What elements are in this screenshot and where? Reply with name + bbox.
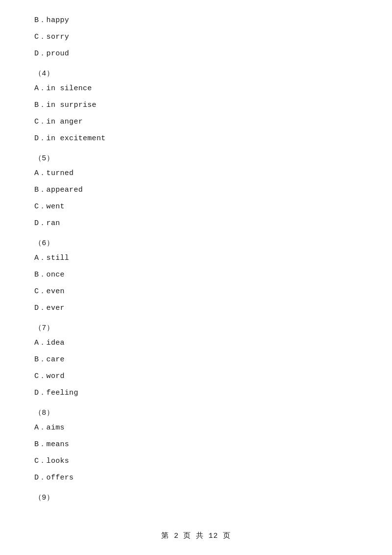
option-b-happy: B．happy: [34, 15, 358, 26]
option-6-d: D．ever: [34, 303, 358, 314]
option-8-c: C．looks: [34, 455, 358, 467]
option-5-c: C．went: [34, 201, 358, 213]
option-6-b: B．once: [34, 269, 358, 281]
option-5-b: B．appeared: [34, 184, 358, 196]
question-7-label: （7）: [34, 323, 358, 332]
option-4-c: C．in anger: [34, 116, 358, 128]
option-7-a: A．idea: [34, 337, 358, 349]
option-6-c: C．even: [34, 286, 358, 298]
option-4-b: B．in surprise: [34, 100, 358, 111]
option-7-d: D．feeling: [34, 387, 358, 399]
option-c-sorry: C．sorry: [34, 31, 358, 43]
option-7-c: C．word: [34, 371, 358, 382]
option-d-proud: D．proud: [34, 48, 358, 60]
option-5-a: A．turned: [34, 168, 358, 179]
question-5-label: （5）: [34, 153, 358, 163]
option-4-a: A．in silence: [34, 83, 358, 95]
option-8-d: D．offers: [34, 472, 358, 484]
page-footer: 第 2 页 共 12 页: [0, 531, 392, 540]
question-4-label: （4）: [34, 69, 358, 78]
option-5-d: D．ran: [34, 218, 358, 229]
option-8-a: A．aims: [34, 422, 358, 434]
option-4-d: D．in excitement: [34, 133, 358, 145]
question-9-label: （9）: [34, 493, 358, 502]
option-8-b: B．means: [34, 439, 358, 451]
option-7-b: B．care: [34, 354, 358, 366]
question-6-label: （6）: [34, 238, 358, 248]
question-8-label: （8）: [34, 408, 358, 417]
page-content: B．happy C．sorry D．proud （4） A．in silence…: [0, 0, 392, 536]
option-6-a: A．still: [34, 252, 358, 264]
